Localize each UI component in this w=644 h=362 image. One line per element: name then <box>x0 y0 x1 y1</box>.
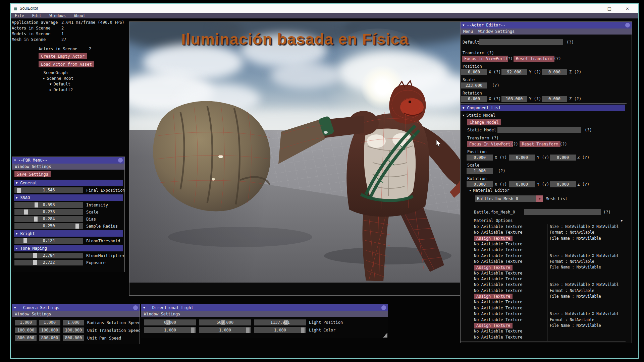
window-settings-menu[interactable]: Window Settings <box>12 312 54 316</box>
app-menubar: File Edit Windows About <box>11 13 638 18</box>
header-tone-maping[interactable]: ▼Tone Maping <box>14 245 123 251</box>
slider-grab[interactable] <box>246 327 250 333</box>
drag-float[interactable]: 800.000 <box>63 335 84 341</box>
create-empty-actor-button[interactable]: Create Empty Actor <box>39 53 87 59</box>
reset-transform-button[interactable]: Reset Transform <box>520 141 560 147</box>
slider-grab[interactable] <box>191 327 195 333</box>
tree-node-static-model[interactable]: ▼ Static Model <box>463 113 495 118</box>
drag-float[interactable]: 800.000 <box>15 335 37 341</box>
window-settings-menu[interactable]: Window Settings <box>476 29 517 34</box>
header-ssao[interactable]: ▼SSAO <box>14 194 123 201</box>
rotation-y[interactable]: 0.000 <box>509 181 535 187</box>
drag-float[interactable]: 100.000 <box>39 327 60 333</box>
drag-float[interactable]: 0.000 <box>144 319 196 325</box>
position-x[interactable]: 0.000 <box>461 69 487 75</box>
drag-float[interactable]: 1.000 <box>63 320 84 325</box>
texture-format: Format : NotAvilable <box>550 288 626 294</box>
close-circle-button[interactable] <box>381 305 386 310</box>
position-z[interactable]: 0.000 <box>550 155 576 161</box>
reset-transform-button[interactable]: Reset Transform <box>514 56 554 62</box>
static-model-name-input[interactable] <box>497 127 581 133</box>
slider-track[interactable]: 0.284 <box>14 216 83 222</box>
drag-float[interactable]: 1.000 <box>15 320 37 325</box>
combo-arrow-button[interactable]: ▼ <box>536 195 543 202</box>
drag-float[interactable]: 1.000 <box>254 327 306 333</box>
menu-about[interactable]: About <box>70 13 90 18</box>
actor-editor-titlebar[interactable]: ▼ --Actor Editor-- <box>461 22 632 28</box>
header-bright[interactable]: ▼Bright <box>14 230 123 237</box>
close-circle-button[interactable] <box>625 23 630 27</box>
focus-in-viewport-button[interactable]: Focus In ViewPort <box>462 56 508 62</box>
menu-file[interactable]: File <box>11 13 28 18</box>
camera-titlebar[interactable]: ▼ --Camera Settings-- <box>12 304 140 311</box>
rotation-x[interactable]: 0.000 <box>461 96 487 102</box>
slider-track[interactable]: 0.124 <box>14 238 83 244</box>
drag-float[interactable]: 1.000 <box>39 320 60 325</box>
assign-texture-button[interactable]: Assign Texture <box>474 294 513 299</box>
menu-menu[interactable]: Menu <box>461 29 476 34</box>
save-settings-button[interactable]: Save Settings <box>14 171 51 177</box>
position-z[interactable]: 0.000 <box>542 69 567 75</box>
minimize-button[interactable]: – <box>591 6 593 11</box>
slider-track[interactable]: 0.278 <box>14 209 83 215</box>
drag-float[interactable]: 1.000 <box>144 327 196 333</box>
drag-float[interactable]: 100.000 <box>63 327 84 333</box>
light-color-row: 1.000 1.000 1.000 Light Color <box>141 327 388 333</box>
slider-track[interactable]: 2.784 <box>14 253 83 258</box>
close-circle-button[interactable] <box>133 305 138 310</box>
stat-row: Models in Scenne1 <box>12 31 124 37</box>
slider-track[interactable]: 0.250 <box>14 223 83 229</box>
close-circle-button[interactable] <box>118 158 123 163</box>
slider-track[interactable]: 1.546 <box>14 187 83 193</box>
stat-value: 1 <box>61 31 64 37</box>
menu-edit[interactable]: Edit <box>28 13 46 18</box>
axis-y-label: Y (?) <box>537 155 549 161</box>
drag-float[interactable]: 1137.931 <box>254 319 306 325</box>
scale-value[interactable]: 233.000 <box>461 82 487 88</box>
drag-float[interactable]: 100.000 <box>15 327 37 333</box>
assign-texture-button[interactable]: Assign Texture <box>474 236 513 241</box>
focus-in-viewport-button[interactable]: Focus In ViewPort <box>467 141 513 147</box>
change-model-button[interactable]: Change Model <box>467 119 501 125</box>
load-actor-button[interactable]: Load Actor from Asset <box>39 61 94 67</box>
assign-texture-button[interactable]: Assign Texture <box>474 323 513 328</box>
transform-label: Transform (?) <box>463 50 494 56</box>
viewport-scene[interactable]: Iluminación basada en Física <box>129 22 461 283</box>
header-label: Component List <box>467 106 501 110</box>
slider-grab[interactable] <box>301 327 305 333</box>
scale-value[interactable]: 1.000 <box>467 168 493 174</box>
drag-float[interactable]: 800.000 <box>39 335 60 341</box>
assign-texture-button[interactable]: Assign Texture <box>474 265 513 270</box>
close-button[interactable]: × <box>626 6 629 11</box>
actor-name-input[interactable] <box>479 39 563 45</box>
drag-float[interactable]: 1.000 <box>199 327 251 333</box>
maximize-button[interactable]: □ <box>607 6 611 11</box>
position-x[interactable]: 0.000 <box>467 155 493 161</box>
tree-node-default[interactable]: ▼Default <box>39 81 132 87</box>
mesh-list-combo[interactable]: Battle.fbx_Mesh_0 <box>475 195 536 202</box>
window-settings-menu[interactable]: Window Settings <box>12 164 54 169</box>
position-y[interactable]: 0.000 <box>509 155 535 161</box>
window-settings-menu[interactable]: Window Settings <box>141 312 183 316</box>
tree-node-default2[interactable]: ▶Default2 <box>39 87 132 93</box>
resize-grip[interactable] <box>383 333 387 338</box>
slider-value: 0.284 <box>14 216 83 222</box>
slider-value: 0.598 <box>14 202 83 208</box>
rotation-x[interactable]: 0.000 <box>467 181 493 187</box>
component-list-header[interactable]: ▼ Component List <box>461 105 625 111</box>
position-y[interactable]: 92.000 <box>501 69 527 75</box>
header-general[interactable]: ▼General <box>14 180 123 186</box>
menu-windows[interactable]: Windows <box>45 13 69 18</box>
tree-node-scene-root[interactable]: ▼Scenne Root <box>39 76 132 81</box>
help-marker: (?) <box>511 141 518 147</box>
tree-node-material-editor[interactable]: ▼ Material Editor <box>469 188 509 193</box>
slider-track[interactable]: 2.732 <box>14 260 83 265</box>
rotation-z[interactable]: 0.000 <box>542 96 567 102</box>
rotation-z[interactable]: 0.000 <box>550 181 576 187</box>
material-name-input[interactable] <box>524 209 601 215</box>
slider-track[interactable]: 0.598 <box>14 202 83 208</box>
rotation-y[interactable]: 103.000 <box>501 96 527 102</box>
pbr-titlebar[interactable]: ▼ --PBR Menu-- <box>12 157 124 164</box>
light-titlebar[interactable]: ▼ --Directional Light-- <box>141 304 388 311</box>
drag-float[interactable]: 500.000 <box>199 319 251 325</box>
